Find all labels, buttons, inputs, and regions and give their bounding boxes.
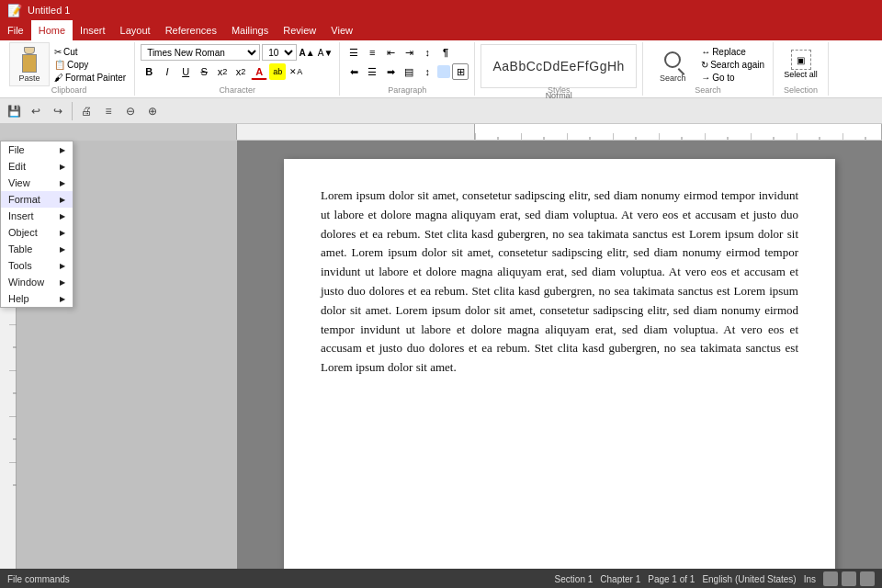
dropdown-object[interactable]: Object ▶	[1, 224, 73, 241]
replace-button[interactable]: ↔ Replace	[698, 46, 767, 58]
dropdown-window[interactable]: Window ▶	[1, 274, 73, 290]
show-hide-button[interactable]: ¶	[437, 44, 454, 61]
status-section: Section 1	[555, 574, 594, 584]
line-spacing-button[interactable]: ↕	[419, 63, 435, 80]
numbered-list-button[interactable]: ≡	[364, 44, 380, 61]
dropdown-table[interactable]: Table ▶	[1, 241, 73, 257]
goto-label: Go to	[712, 73, 734, 83]
styles-group-label: Styles	[475, 85, 642, 95]
edit-arrow: ▶	[60, 163, 65, 171]
sort-button[interactable]: ↕	[419, 44, 435, 61]
shading-button[interactable]	[437, 65, 450, 78]
toolbar: 💾 ↩ ↪ 🖨 ≡ ⊖ ⊕	[0, 98, 882, 124]
toolbar-redo-button[interactable]: ↪	[48, 101, 68, 121]
select-all-label: Select all	[784, 70, 818, 79]
superscript-button[interactable]: x2	[232, 63, 249, 80]
menu-item-review[interactable]: Review	[276, 20, 323, 40]
borders-button[interactable]: ⊞	[452, 63, 469, 80]
menu-item-insert[interactable]: Insert	[73, 20, 113, 40]
document-page: Lorem ipsum dolor sit amet, consetetur s…	[284, 159, 835, 569]
clipboard-small-buttons: ✂ Cut 📋 Copy 🖌 Format Painter	[51, 46, 129, 84]
menu-item-mailings[interactable]: Mailings	[224, 20, 276, 40]
font-row-1: Times New Roman 10 A▲ A▼	[141, 44, 334, 61]
copy-button[interactable]: 📋 Copy	[51, 59, 129, 71]
font-size-select[interactable]: 10	[262, 44, 297, 61]
ruler	[0, 124, 882, 141]
italic-button[interactable]: I	[159, 63, 175, 80]
selection-group-label: Selection	[774, 85, 828, 95]
paragraph-group-label: Paragraph	[340, 85, 474, 95]
search-again-button[interactable]: ↻ Search again	[698, 59, 767, 71]
toolbar-zoom-out[interactable]: ⊖	[120, 101, 141, 121]
main-area: File ▶ Edit ▶ View ▶ Format ▶ Insert ▶ O…	[0, 141, 882, 569]
highlight-button[interactable]: ab	[269, 63, 286, 80]
shrink-font-button[interactable]: A▼	[317, 44, 334, 61]
status-icon-2	[842, 571, 856, 586]
tools-arrow: ▶	[60, 262, 65, 270]
format-painter-button[interactable]: 🖌 Format Painter	[51, 72, 129, 84]
paste-label: Paste	[18, 74, 40, 83]
justify-button[interactable]: ▤	[401, 63, 417, 80]
dropdown-format[interactable]: Format ▶	[1, 191, 73, 208]
toolbar-view-toggle[interactable]: ≡	[98, 101, 119, 121]
menu-item-layout[interactable]: Layout	[113, 20, 158, 40]
menu-item-view[interactable]: View	[323, 20, 360, 40]
paste-button[interactable]: Paste	[9, 42, 50, 86]
toolbar-zoom-in[interactable]: ⊕	[142, 101, 163, 121]
cut-button[interactable]: ✂ Cut	[51, 46, 129, 58]
bullet-list-button[interactable]: ☰	[345, 44, 362, 61]
dropdown-view[interactable]: View ▶	[1, 175, 73, 191]
toolbar-print-button[interactable]: 🖨	[76, 101, 96, 121]
svg-rect-2	[475, 124, 881, 140]
dropdown-file[interactable]: File ▶	[1, 141, 73, 158]
replace-label: Replace	[712, 47, 746, 57]
search-again-label: Search again	[710, 60, 764, 70]
search-label: Search	[660, 74, 686, 83]
status-page: Page 1 of 1	[648, 574, 695, 584]
search-group-label: Search	[643, 85, 773, 95]
search-controls: Search ↔ Replace ↻ Search again → Go to	[649, 44, 767, 85]
dropdown-menu: File ▶ Edit ▶ View ▶ Format ▶ Insert ▶ O…	[0, 141, 74, 308]
menu-item-file[interactable]: File	[0, 20, 31, 40]
clear-format-button[interactable]: ✕A	[288, 63, 304, 80]
menu-item-home[interactable]: Home	[31, 20, 73, 40]
dropdown-edit[interactable]: Edit ▶	[1, 158, 73, 175]
font-group: Times New Roman 10 A▲ A▼ B I U S x2 x2 A	[135, 42, 340, 96]
paragraph-row-2: ⬅ ☰ ➡ ▤ ↕ ⊞	[345, 63, 469, 80]
font-family-select[interactable]: Times New Roman	[141, 44, 260, 61]
search-button[interactable]: Search	[649, 44, 696, 85]
goto-button[interactable]: → Go to	[698, 72, 767, 84]
align-right-button[interactable]: ➡	[382, 63, 399, 80]
status-icons	[823, 571, 875, 586]
align-center-button[interactable]: ☰	[364, 63, 380, 80]
dropdown-tools[interactable]: Tools ▶	[1, 257, 73, 274]
subscript-button[interactable]: x2	[214, 63, 231, 80]
dropdown-insert[interactable]: Insert ▶	[1, 208, 73, 224]
toolbar-undo-button[interactable]: ↩	[26, 101, 46, 121]
bold-button[interactable]: B	[141, 63, 157, 80]
clipboard-label: Clipboard	[4, 85, 134, 95]
menu-item-references[interactable]: References	[158, 20, 224, 40]
view-arrow: ▶	[60, 179, 65, 187]
font-color-button[interactable]: A	[251, 63, 267, 80]
status-commands: File commands	[7, 574, 70, 584]
document-container[interactable]: Lorem ipsum dolor sit amet, consetetur s…	[237, 141, 882, 569]
dropdown-help[interactable]: Help ▶	[1, 290, 73, 307]
decrease-indent-button[interactable]: ⇤	[382, 44, 399, 61]
select-all-button[interactable]: ▣ Select all	[781, 49, 820, 80]
align-left-button[interactable]: ⬅	[345, 63, 362, 80]
paragraph-row-1: ☰ ≡ ⇤ ⇥ ↕ ¶	[345, 44, 454, 61]
font-controls: Times New Roman 10 A▲ A▼ B I U S x2 x2 A	[141, 44, 334, 85]
style-preview[interactable]: AaBbCcDdEeFfGgHh	[481, 44, 637, 88]
strikethrough-button[interactable]: S	[196, 63, 212, 80]
underline-button[interactable]: U	[177, 63, 194, 80]
help-arrow: ▶	[60, 295, 65, 303]
toolbar-save-button[interactable]: 💾	[4, 101, 24, 121]
format-painter-label: Format Painter	[65, 73, 126, 83]
app-icon: 📝	[7, 4, 22, 17]
grow-font-button[interactable]: A▲	[299, 44, 315, 61]
status-chapter: Chapter 1	[600, 574, 640, 584]
clipboard-group: Paste ✂ Cut 📋 Copy 🖌 Format Painter Clip…	[4, 42, 135, 96]
increase-indent-button[interactable]: ⇥	[401, 44, 417, 61]
file-arrow: ▶	[60, 146, 65, 154]
